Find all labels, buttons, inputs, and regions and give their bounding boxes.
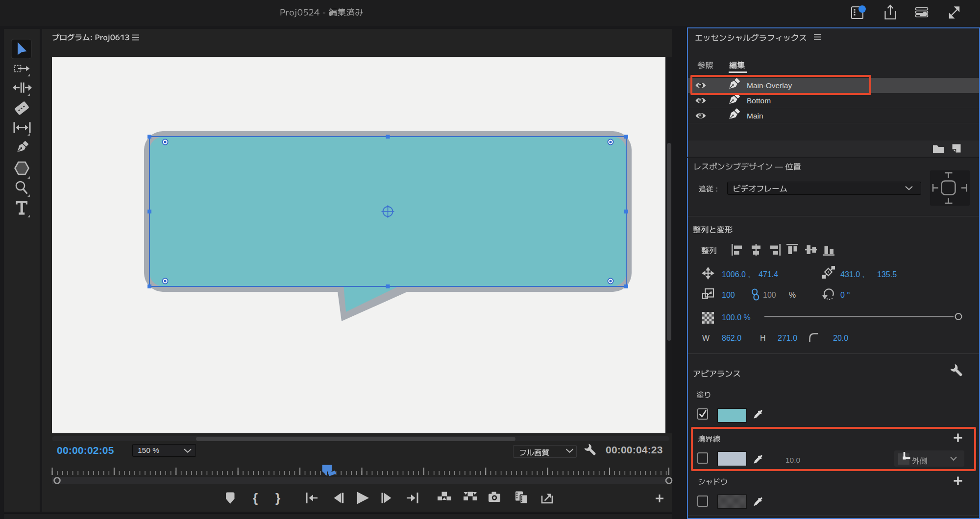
svg-text:}: } [275, 491, 280, 505]
svg-text:{: { [253, 491, 258, 505]
